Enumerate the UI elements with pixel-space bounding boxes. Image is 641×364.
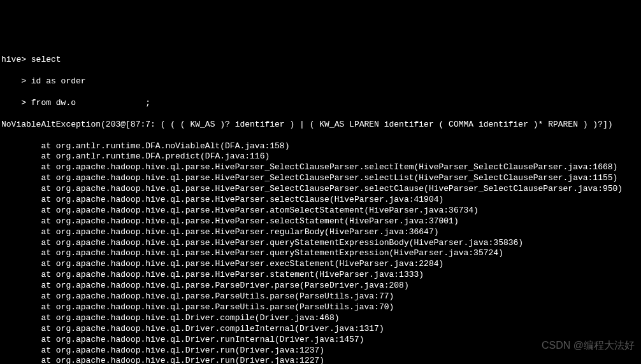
stack-trace-line: at org.apache.hadoop.hive.ql.parse.HiveP… [1,270,640,281]
stack-trace-line: at org.apache.hadoop.hive.ql.Driver.run(… [1,356,640,364]
stack-trace-line: at org.apache.hadoop.hive.ql.parse.Parse… [1,302,640,313]
stack-trace-line: at org.antlr.runtime.DFA.noViableAlt(DFA… [1,141,640,152]
watermark-text: CSDN @编程大法好 [542,339,635,353]
stack-trace-line: at org.apache.hadoop.hive.ql.parse.HiveP… [1,227,640,238]
stack-trace-line: at org.antlr.runtime.DFA.predict(DFA.jav… [1,151,640,162]
stack-trace-line: at org.apache.hadoop.hive.ql.parse.HiveP… [1,173,640,184]
stack-trace-line: at org.apache.hadoop.hive.ql.parse.HiveP… [1,238,640,249]
terminal-output: hive> select > id as order > from dw.o ;… [1,45,640,364]
stack-trace: at org.antlr.runtime.DFA.noViableAlt(DFA… [1,141,640,364]
hive-prompt-line-2: > id as order [1,76,640,87]
stack-trace-line: at org.apache.hadoop.hive.ql.parse.Parse… [1,281,640,291]
stack-trace-line: at org.apache.hadoop.hive.ql.parse.HiveP… [1,195,640,206]
stack-trace-line: at org.apache.hadoop.hive.ql.Driver.comp… [1,313,640,324]
stack-trace-line: at org.apache.hadoop.hive.ql.parse.HiveP… [1,206,640,216]
exception-header: NoViableAltException(203@[87:7: ( ( ( KW… [1,120,640,130]
stack-trace-line: at org.apache.hadoop.hive.ql.parse.HiveP… [1,259,640,270]
hive-prompt-line-1: hive> select [1,55,640,66]
stack-trace-line: at org.apache.hadoop.hive.ql.parse.HiveP… [1,184,640,195]
hive-prompt-line-3: > from dw.o ; [1,98,640,109]
stack-trace-line: at org.apache.hadoop.hive.ql.Driver.comp… [1,324,640,335]
stack-trace-line: at org.apache.hadoop.hive.ql.parse.HiveP… [1,216,640,227]
stack-trace-line: at org.apache.hadoop.hive.ql.parse.Parse… [1,291,640,302]
stack-trace-line: at org.apache.hadoop.hive.ql.parse.HiveP… [1,248,640,259]
stack-trace-line: at org.apache.hadoop.hive.ql.parse.HiveP… [1,162,640,173]
